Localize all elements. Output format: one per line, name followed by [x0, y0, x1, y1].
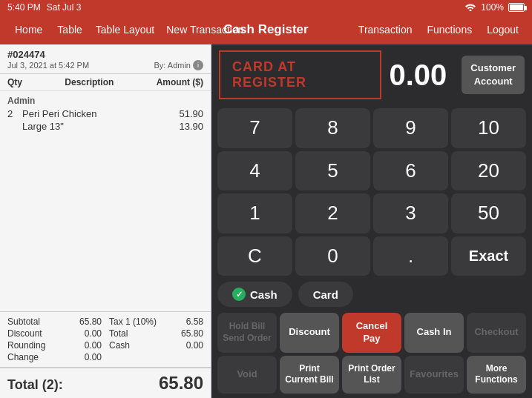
numpad-8[interactable]: 8 — [295, 108, 370, 148]
numpad-0[interactable]: 0 — [295, 236, 370, 276]
receipt-totals: Subtotal 65.80 Discount 0.00 Rounding 0.… — [0, 311, 211, 367]
nav-table-layout[interactable]: Table Layout — [90, 24, 160, 36]
nav-home[interactable]: Home — [7, 24, 50, 36]
cancel-pay-button[interactable]: Cancel Pay — [342, 313, 401, 353]
card-button[interactable]: Card — [298, 282, 353, 307]
receipt-items: Admin 2 Peri Peri Chicken 51.90 Large 13… — [0, 91, 211, 311]
customer-account-button[interactable]: Customer Account — [462, 56, 525, 94]
numpad-4[interactable]: 4 — [217, 151, 292, 191]
numpad-9[interactable]: 9 — [373, 108, 448, 148]
favourites-button[interactable]: Favourites — [404, 356, 464, 394]
battery-text: 100% — [481, 2, 504, 13]
status-date: Sat Jul 3 — [47, 2, 82, 13]
cash-button[interactable]: ✓ Cash — [217, 282, 292, 307]
numpad-decimal[interactable]: . — [373, 236, 448, 276]
payment-panel: CARD AT REGISTER 0.00 Customer Account 7… — [211, 44, 532, 398]
cash-label: Cash — [250, 288, 278, 301]
item-group-header: Admin — [7, 94, 203, 107]
numpad-1[interactable]: 1 — [217, 193, 292, 233]
nav-logout[interactable]: Logout — [481, 24, 525, 36]
grand-total-amount: 65.80 — [159, 373, 203, 394]
numpad-20[interactable]: 20 — [451, 151, 526, 191]
order-by: By: Admin i — [154, 60, 203, 70]
action-row-1: Hold Bill Send Order Discount Cancel Pay… — [211, 310, 532, 354]
numpad-exact[interactable]: Exact — [451, 236, 526, 276]
status-bar: 5:40 PM Sat Jul 3 100% — [0, 0, 532, 15]
numpad-10[interactable]: 10 — [451, 108, 526, 148]
hold-bill-button[interactable]: Hold Bill Send Order — [217, 313, 277, 353]
table-row: 2 Peri Peri Chicken 51.90 — [7, 107, 203, 120]
receipt-header: #024474 Jul 3, 2021 at 5:42 PM By: Admin… — [0, 44, 211, 74]
nav-table[interactable]: Table — [50, 24, 89, 36]
print-current-bill-button[interactable]: Print Current Bill — [280, 356, 339, 394]
info-icon[interactable]: i — [193, 60, 203, 70]
order-date: Jul 3, 2021 at 5:42 PM — [7, 61, 89, 70]
amount-label: CARD AT REGISTER — [219, 50, 381, 99]
receipt-column-headers: Qty Description Amount ($) — [0, 74, 211, 91]
amount-value: 0.00 — [389, 59, 454, 92]
void-button[interactable]: Void — [217, 356, 277, 394]
checkout-button[interactable]: Checkout — [467, 313, 526, 353]
numpad-50[interactable]: 50 — [451, 193, 526, 233]
main-layout: #024474 Jul 3, 2021 at 5:42 PM By: Admin… — [0, 44, 532, 398]
action-row-2: Void Print Current Bill Print Order List… — [211, 354, 532, 398]
numpad-2[interactable]: 2 — [295, 193, 370, 233]
numpad-6[interactable]: 6 — [373, 151, 448, 191]
order-number: #024474 — [7, 49, 203, 60]
discount-button[interactable]: Discount — [280, 313, 339, 353]
card-label: Card — [313, 288, 338, 301]
battery-icon — [508, 3, 525, 12]
numpad-5[interactable]: 5 — [295, 151, 370, 191]
cash-check-icon: ✓ — [232, 288, 246, 301]
more-functions-button[interactable]: More Functions — [467, 356, 526, 394]
cash-in-button[interactable]: Cash In — [404, 313, 464, 353]
numpad-7[interactable]: 7 — [217, 108, 292, 148]
grand-total: Total (2): 65.80 — [0, 367, 211, 398]
nav-functions[interactable]: Functions — [421, 24, 478, 36]
nav-title: Cash Register — [223, 22, 308, 37]
nav-transaction[interactable]: Transaction — [352, 24, 418, 36]
grand-total-label: Total (2): — [7, 377, 63, 393]
payment-type-row: ✓ Cash Card — [211, 279, 532, 310]
numpad-3[interactable]: 3 — [373, 193, 448, 233]
receipt-panel: #024474 Jul 3, 2021 at 5:42 PM By: Admin… — [0, 44, 211, 398]
wifi-icon — [464, 2, 476, 13]
nav-bar: Home Table Table Layout New Transaction … — [0, 15, 532, 44]
status-time: 5:40 PM — [7, 2, 41, 13]
table-row: Large 13" 13.90 — [7, 120, 203, 133]
item-group: Admin 2 Peri Peri Chicken 51.90 Large 13… — [7, 94, 203, 133]
numpad: 7 8 9 10 4 5 6 20 1 2 3 50 C 0 . Exact — [211, 105, 532, 279]
amount-display: CARD AT REGISTER 0.00 Customer Account — [211, 44, 532, 105]
print-order-list-button[interactable]: Print Order List — [342, 356, 401, 394]
numpad-clear[interactable]: C — [217, 236, 292, 276]
